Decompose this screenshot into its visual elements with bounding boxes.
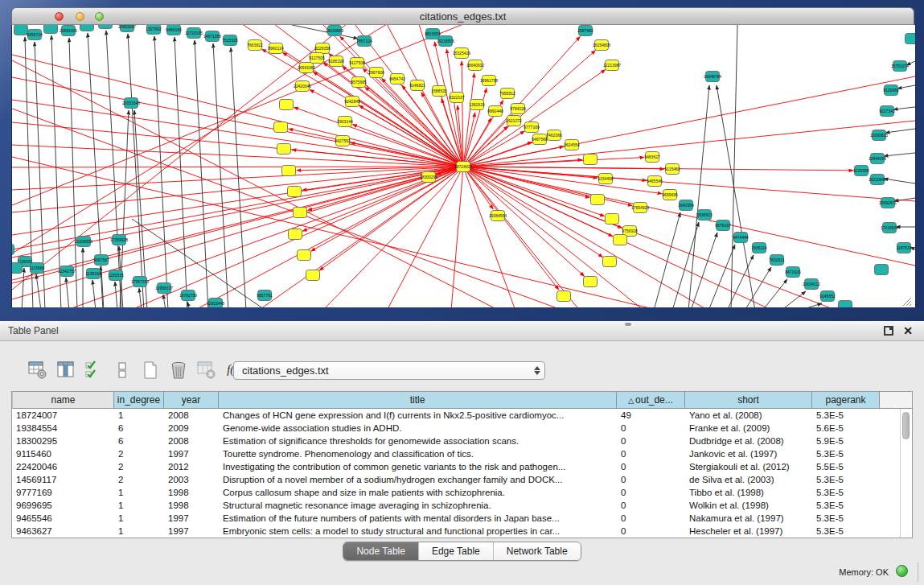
table-cell[interactable]: Hescheler et al. (1997) — [685, 525, 812, 538]
table-cell[interactable]: 0 — [617, 422, 685, 435]
graph-edge-black[interactable] — [213, 43, 228, 307]
table-cell[interactable]: 0 — [617, 525, 685, 538]
table-cell[interactable]: 5.9E-5 — [812, 435, 880, 447]
graph-edge-citation[interactable] — [463, 113, 475, 167]
graph-edge-black[interactable] — [731, 25, 737, 307]
graph-node[interactable] — [12, 245, 14, 255]
column-header-short[interactable]: short — [685, 392, 812, 409]
table-row[interactable]: 1938455462009Genome-wide association stu… — [12, 422, 912, 435]
column-header-year[interactable]: year — [164, 392, 219, 409]
table-cell[interactable]: Jankovic et al. (1997) — [685, 447, 812, 460]
table-cell[interactable]: 1998 — [164, 499, 219, 512]
delete-table-disabled-icon[interactable] — [196, 360, 217, 381]
graph-node[interactable]: 9127505 — [309, 53, 325, 64]
graph-node[interactable]: 20206556 — [75, 237, 92, 247]
graph-edge-red[interactable] — [463, 167, 837, 307]
graph-node[interactable]: 2903144 — [337, 117, 353, 127]
table-cell[interactable]: Structural magnetic resonance image aver… — [219, 499, 617, 512]
table-cell[interactable]: 2008 — [164, 409, 219, 422]
graph-node[interactable]: 9777169 — [524, 122, 540, 133]
graph-node[interactable]: 2087682 — [577, 26, 593, 36]
graph-node[interactable]: 16543382 — [298, 63, 315, 73]
graph-node[interactable] — [591, 195, 605, 205]
table-cell[interactable]: 5.3E-5 — [812, 486, 880, 499]
select-columns-icon[interactable] — [84, 360, 105, 381]
graph-edge-citation[interactable] — [289, 129, 463, 167]
table-cell[interactable]: 2003 — [164, 473, 219, 486]
graph-node[interactable] — [280, 100, 294, 110]
table-cell[interactable]: 22420046 — [12, 460, 114, 473]
graph-edge-citation[interactable] — [463, 118, 491, 167]
graph-node[interactable]: 17016504 — [881, 223, 898, 233]
graph-node[interactable]: 8226058 — [314, 43, 331, 54]
table-cell[interactable]: 0 — [617, 473, 685, 486]
table-cell[interactable]: 9463627 — [12, 525, 114, 538]
graph-node[interactable]: 15325419 — [453, 48, 470, 59]
graph-edge-black[interactable] — [154, 36, 168, 307]
graph-node[interactable]: 7462066 — [546, 130, 562, 141]
graph-edge-black[interactable] — [884, 179, 915, 183]
graph-node[interactable]: 16033809 — [326, 26, 343, 36]
graph-node[interactable]: 2935114 — [751, 243, 766, 253]
graph-node[interactable] — [298, 250, 311, 261]
table-cell[interactable]: Stergiakouli et al. (2012) — [685, 460, 812, 473]
graph-edge-citation[interactable] — [292, 150, 463, 167]
network-canvas[interactable]: 9355724206914061065326713276026466160107… — [11, 25, 916, 307]
graph-node[interactable] — [14, 25, 28, 35]
graph-node[interactable] — [294, 208, 307, 218]
graph-edge-red[interactable] — [322, 167, 463, 307]
graph-node[interactable]: 18724007 — [454, 162, 472, 172]
table-cell[interactable]: Estimation of the future numbers of pati… — [219, 512, 617, 525]
table-cell[interactable]: 5.3E-5 — [812, 512, 880, 525]
graph-node[interactable]: 8471626 — [785, 267, 801, 278]
table-row[interactable]: 977716911998Corpus callosum shape and si… — [12, 486, 912, 499]
column-header-title[interactable]: title — [219, 392, 617, 409]
graph-node[interactable] — [614, 235, 627, 245]
graph-node[interactable]: 10958107 — [155, 283, 173, 294]
graph-edge-red[interactable] — [194, 167, 463, 307]
column-header-pagerank[interactable]: pagerank — [812, 392, 880, 409]
table-row[interactable]: 946362711997Embryonic stem cells: a mode… — [12, 525, 912, 538]
graph-node[interactable]: 9227343 — [879, 106, 895, 117]
graph-node[interactable]: 10654112 — [803, 279, 820, 290]
graph-edge-black[interactable] — [884, 153, 915, 156]
table-cell[interactable]: 2 — [114, 473, 164, 486]
table-cell[interactable]: Changes of HCN gene expression and I(f) … — [219, 409, 617, 422]
tab-network-table[interactable]: Network Table — [493, 542, 581, 560]
table-cell[interactable]: 5.3E-5 — [812, 409, 880, 422]
graph-node[interactable] — [906, 34, 916, 44]
graph-node[interactable] — [277, 144, 291, 154]
graph-edge-black[interactable] — [717, 85, 755, 307]
graph-node[interactable]: 9127508 — [349, 58, 365, 68]
graph-node[interactable]: 7632621 — [769, 255, 785, 266]
graph-node[interactable] — [80, 25, 94, 31]
graph-edge-citation[interactable] — [463, 167, 603, 257]
graph-node[interactable]: 6497568 — [532, 134, 548, 145]
graph-node[interactable]: 1327602 — [146, 25, 162, 35]
table-cell[interactable]: Genome-wide association studies in ADHD. — [219, 422, 617, 435]
graph-edge-black[interactable] — [106, 31, 121, 307]
graph-edge-black[interactable] — [128, 34, 144, 307]
graph-edge-citation[interactable] — [294, 107, 463, 167]
graph-node[interactable]: 9245652 — [819, 291, 836, 302]
graph-node[interactable]: 7857224 — [356, 36, 372, 47]
graph-node[interactable]: 7515526 — [222, 35, 238, 46]
graph-edge-citation[interactable] — [463, 167, 853, 171]
graph-edge-citation[interactable] — [463, 167, 605, 216]
graph-node[interactable]: 19218506 — [437, 36, 454, 47]
graph-edge-black[interactable] — [139, 288, 142, 307]
graph-node[interactable]: 16961758 — [480, 76, 498, 86]
resize-grip-icon[interactable] — [910, 304, 911, 306]
graph-node[interactable]: 15692971 — [879, 198, 897, 208]
graph-edge-black[interactable] — [66, 278, 69, 307]
table-row[interactable]: 1456911722003Disruption of a novel membe… — [12, 473, 912, 486]
graph-node[interactable]: 17957253 — [131, 277, 149, 287]
graph-node[interactable]: 20691406 — [60, 26, 77, 36]
table-cell[interactable]: 18300295 — [12, 435, 114, 447]
graph-node[interactable]: 7955812 — [499, 89, 515, 99]
graph-node[interactable] — [44, 25, 58, 34]
table-cell[interactable]: 0 — [617, 435, 685, 447]
graph-node[interactable]: 1362615 — [469, 100, 485, 110]
table-cell[interactable]: 1997 — [164, 447, 219, 460]
graph-edge-black[interactable] — [132, 219, 266, 307]
